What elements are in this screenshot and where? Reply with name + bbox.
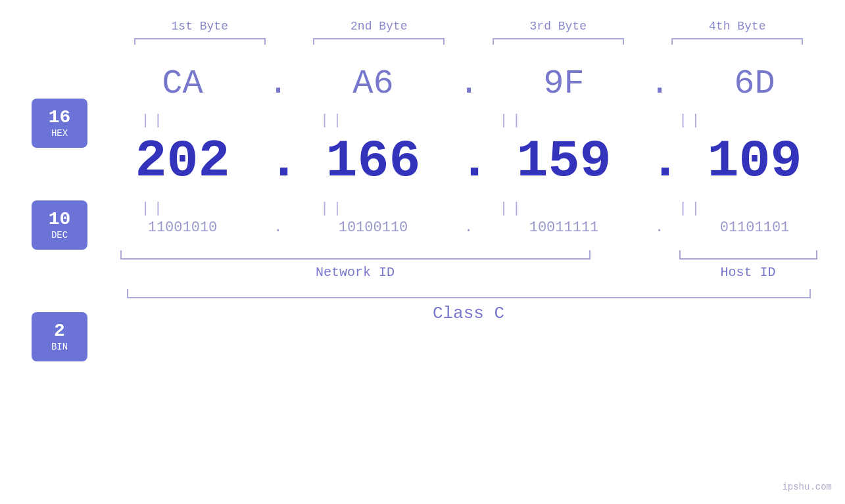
watermark: ipshu.com xyxy=(782,482,832,492)
dec-byte-2: 166 xyxy=(314,131,433,191)
equals-row-2: || || || || xyxy=(64,200,781,217)
bracket-4 xyxy=(671,38,803,45)
bottom-bracket-row xyxy=(120,250,817,260)
eq2-1: || xyxy=(95,200,213,217)
col-header-1: 1st Byte xyxy=(121,20,279,33)
bin-base-label: BIN xyxy=(51,342,68,352)
hex-byte-3: 9F xyxy=(505,64,623,103)
dec-row: 202 . 166 . 159 . 109 xyxy=(110,131,827,191)
top-brackets xyxy=(110,38,827,45)
dec-byte-4: 109 xyxy=(696,131,814,191)
bracket-3 xyxy=(493,38,624,45)
bin-row: 11001010 . 10100110 . 10011111 . 0110110… xyxy=(110,219,827,236)
main-container: 16 HEX 10 DEC 2 BIN 1st Byte 2nd Byte 3r… xyxy=(0,0,845,504)
hex-base-label: HEX xyxy=(51,128,68,139)
dot-bin-3: . xyxy=(650,219,669,236)
network-host-labels: Network ID Host ID xyxy=(120,265,817,280)
dec-badge: 10 DEC xyxy=(32,200,87,250)
bin-base-number: 2 xyxy=(54,322,65,340)
col-header-2: 2nd Byte xyxy=(300,20,458,33)
host-id-bracket xyxy=(679,250,817,260)
class-c-label: Class C xyxy=(433,304,504,323)
dec-byte-3: 159 xyxy=(505,131,623,191)
dec-base-number: 10 xyxy=(49,210,71,229)
col-header-3: 3rd Byte xyxy=(479,20,637,33)
class-label-container: Class C xyxy=(120,304,817,323)
network-id-bracket xyxy=(120,250,591,260)
column-headers: 1st Byte 2nd Byte 3rd Byte 4th Byte xyxy=(110,20,827,33)
bin-byte-2: 10100110 xyxy=(314,219,433,236)
col-header-4: 4th Byte xyxy=(658,20,816,33)
hex-byte-4: 6D xyxy=(696,64,814,103)
equals-row-1: || || || || xyxy=(64,112,781,129)
class-c-bracket xyxy=(127,289,811,298)
eq-3: || xyxy=(453,112,571,129)
bin-byte-1: 11001010 xyxy=(124,219,242,236)
eq2-4: || xyxy=(632,200,750,217)
eq2-2: || xyxy=(274,200,392,217)
dot-bin-2: . xyxy=(459,219,479,236)
dec-base-label: DEC xyxy=(51,230,68,241)
dot-dec-2: . xyxy=(459,131,479,191)
dot-hex-3: . xyxy=(650,64,669,103)
bracket-2 xyxy=(313,38,445,45)
network-id-label: Network ID xyxy=(120,265,591,280)
hex-badge: 16 HEX xyxy=(32,99,87,148)
dec-byte-1: 202 xyxy=(124,131,242,191)
bin-byte-3: 10011111 xyxy=(505,219,623,236)
eq-2: || xyxy=(274,112,392,129)
bin-badge: 2 BIN xyxy=(32,312,87,361)
eq-4: || xyxy=(632,112,750,129)
hex-byte-2: A6 xyxy=(314,64,433,103)
dot-dec-1: . xyxy=(268,131,288,191)
host-id-label: Host ID xyxy=(679,265,817,280)
dot-dec-3: . xyxy=(650,131,669,191)
eq2-3: || xyxy=(453,200,571,217)
dot-bin-1: . xyxy=(268,219,288,236)
hex-base-number: 16 xyxy=(49,108,71,127)
class-bracket-container xyxy=(120,289,817,298)
hex-byte-1: CA xyxy=(124,64,242,103)
bin-byte-4: 01101101 xyxy=(696,219,814,236)
eq-1: || xyxy=(95,112,213,129)
dot-hex-2: . xyxy=(459,64,479,103)
dot-hex-1: . xyxy=(268,64,288,103)
bracket-1 xyxy=(134,38,266,45)
hex-row: CA . A6 . 9F . 6D xyxy=(110,64,827,103)
